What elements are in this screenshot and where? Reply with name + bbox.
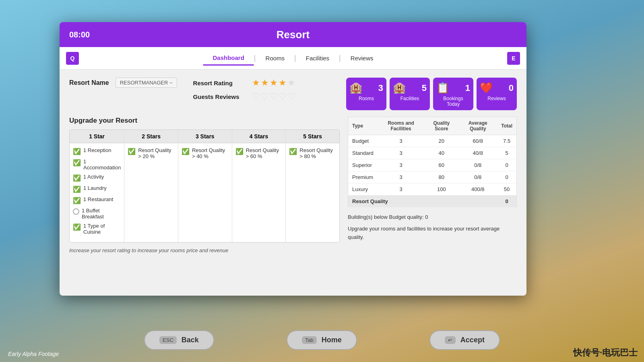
heart-2: ♡ bbox=[261, 91, 269, 102]
home-button[interactable]: Tab Home bbox=[287, 330, 357, 350]
cell-premium-type: Premium bbox=[348, 171, 378, 183]
star-col-2: 2 Stars ✅ Resort Quality > 20 % bbox=[124, 130, 178, 242]
reviews-label: Reviews bbox=[487, 96, 506, 101]
cell-superior-type: Superior bbox=[348, 159, 378, 171]
nav-q-button[interactable]: Q bbox=[66, 52, 79, 65]
item-buffet: 1 Buffet Breakfast bbox=[73, 208, 121, 220]
rooms-count: 3 bbox=[378, 83, 383, 93]
tab-dashboard[interactable]: Dashboard bbox=[203, 51, 254, 66]
item-quality-20: ✅ Resort Quality > 20 % bbox=[128, 147, 175, 159]
stat-card-bookings[interactable]: 📋 1 Bookings Today bbox=[433, 78, 473, 110]
facilities-icon: 🏨 bbox=[393, 82, 406, 94]
star-col-1: 1 Star ✅ 1 Reception ✅ 1 Accommodation bbox=[70, 130, 124, 242]
accept-label: Accept bbox=[460, 336, 485, 344]
stat-card-rooms-top: 🏨 3 bbox=[349, 82, 383, 94]
table-row-premium: Premium 3 80 0/8 0 bbox=[348, 171, 517, 183]
item-cuisine-text: 1 Type of Cuisine bbox=[83, 223, 121, 235]
guests-hearts: ♡ ♡ ♡ ♡ ♡ bbox=[252, 91, 295, 102]
rating-area: Resort Rating ★ ★ ★ ★ ★ Guests Reviews ♡… bbox=[193, 78, 295, 102]
guests-reviews-row: Guests Reviews ♡ ♡ ♡ ♡ ♡ bbox=[193, 91, 295, 102]
content-area: Resort Name RESORTMANAGER ~ Resort Ratin… bbox=[60, 70, 526, 261]
table-row-superior: Superior 3 60 0/8 0 bbox=[348, 159, 517, 171]
cell-premium-total: 0 bbox=[497, 171, 516, 183]
stat-card-rooms[interactable]: 🏨 3 Rooms bbox=[346, 78, 386, 110]
cell-budget-qs: 20 bbox=[424, 135, 458, 147]
star-col-5-header: 5 Stars bbox=[286, 130, 339, 143]
star-col-3: 3 Stars ✅ Resort Quality > 40 % bbox=[178, 130, 232, 242]
star-col-5: 5 Stars ✅ Resort Quality > 80 % bbox=[286, 130, 339, 242]
cell-budget-total: 7.5 bbox=[497, 135, 516, 147]
cell-resort-quality-value: 0 bbox=[497, 195, 516, 208]
star-col-2-header: 2 Stars bbox=[124, 130, 178, 143]
col-rooms-facilities: Rooms and Facilities bbox=[378, 117, 425, 135]
main-window: 08:00 Resort Q Dashboard | Rooms | Facil… bbox=[60, 22, 526, 296]
nav-e-button[interactable]: E bbox=[507, 52, 520, 65]
stat-card-reviews[interactable]: ❤️ 0 Reviews bbox=[477, 78, 517, 110]
cell-standard-type: Standard bbox=[348, 147, 378, 159]
back-button[interactable]: ESC Back bbox=[144, 330, 214, 350]
enter-key: ↵ bbox=[445, 336, 456, 344]
item-activity: ✅ 1 Activity bbox=[73, 174, 121, 182]
star-col-2-body: ✅ Resort Quality > 20 % bbox=[124, 143, 178, 216]
cell-superior-rf: 3 bbox=[378, 159, 425, 171]
table-row-budget: Budget 3 20 60/8 7.5 bbox=[348, 135, 517, 147]
header-time: 08:00 bbox=[69, 30, 90, 39]
cell-luxury-total: 50 bbox=[497, 183, 516, 195]
cell-premium-aq: 0/8 bbox=[458, 171, 497, 183]
main-row: Upgrade your Resort 1 Star ✅ 1 Reception… bbox=[69, 117, 517, 253]
item-reception-text: 1 Reception bbox=[83, 147, 111, 153]
heart-4: ♡ bbox=[279, 91, 287, 102]
tab-rooms[interactable]: Rooms bbox=[256, 51, 295, 65]
item-quality-80-text: Resort Quality > 80 % bbox=[299, 147, 336, 159]
bookings-icon: 📋 bbox=[436, 82, 449, 94]
header: 08:00 Resort bbox=[60, 22, 526, 47]
check-quality-40: ✅ bbox=[182, 148, 190, 155]
cell-superior-total: 0 bbox=[497, 159, 516, 171]
stars-table: 1 Star ✅ 1 Reception ✅ 1 Accommodation bbox=[69, 130, 340, 243]
facilities-count: 5 bbox=[422, 83, 427, 93]
heart-3: ♡ bbox=[270, 91, 278, 102]
facilities-label: Facilities bbox=[400, 96, 419, 101]
cell-luxury-qs: 100 bbox=[424, 183, 458, 195]
tab-reviews[interactable]: Reviews bbox=[341, 51, 383, 65]
upgrade-title: Upgrade your Resort bbox=[69, 117, 340, 125]
resort-rating-row: Resort Rating ★ ★ ★ ★ ★ bbox=[193, 78, 295, 88]
resort-name-input[interactable]: RESORTMANAGER ~ bbox=[116, 78, 177, 88]
stat-card-reviews-top: ❤️ 0 bbox=[480, 82, 514, 94]
item-accommodation-text: 1 Accommodation bbox=[83, 158, 121, 171]
rooms-label: Rooms bbox=[359, 96, 374, 101]
check-reception: ✅ bbox=[73, 148, 81, 155]
cell-budget-type: Budget bbox=[348, 135, 378, 147]
resort-rating-label: Resort Rating bbox=[193, 80, 246, 86]
star-5: ★ bbox=[287, 78, 295, 88]
cell-premium-qs: 80 bbox=[424, 171, 458, 183]
resort-name-area: Resort Name RESORTMANAGER ~ bbox=[69, 78, 177, 88]
star-col-4: 4 Stars ✅ Resort Quality > 60 % bbox=[232, 130, 286, 242]
cell-standard-total: 5 bbox=[497, 147, 516, 159]
item-restaurant: ✅ 1 Restaurant bbox=[73, 196, 121, 204]
tab-facilities[interactable]: Facilities bbox=[296, 51, 339, 65]
heart-1: ♡ bbox=[252, 91, 260, 102]
nav-tabs: Dashboard | Rooms | Facilities | Reviews bbox=[203, 51, 383, 66]
stat-card-facilities-top: 🏨 5 bbox=[393, 82, 427, 94]
upgrade-info-text: Upgrade your rooms and facilities to inc… bbox=[348, 225, 517, 242]
check-quality-60: ✅ bbox=[235, 148, 244, 155]
table-row-luxury: Luxury 3 100 400/8 50 bbox=[348, 183, 517, 195]
check-cuisine: ✅ bbox=[73, 223, 81, 231]
item-buffet-text: 1 Buffet Breakfast bbox=[82, 208, 121, 220]
item-quality-20-text: Resort Quality > 20 % bbox=[138, 147, 175, 159]
bookings-count: 1 bbox=[465, 83, 470, 93]
check-laundry: ✅ bbox=[73, 185, 81, 193]
col-avg-quality: Average Quality bbox=[458, 117, 497, 135]
accept-button[interactable]: ↵ Accept bbox=[429, 330, 500, 350]
header-title: Resort bbox=[277, 29, 310, 41]
star-col-1-header: 1 Star bbox=[70, 130, 124, 143]
star-col-1-body: ✅ 1 Reception ✅ 1 Accommodation ✅ 1 Acti… bbox=[70, 143, 124, 242]
stat-card-facilities[interactable]: 🏨 5 Facilities bbox=[390, 78, 430, 110]
cell-standard-aq: 40/8 bbox=[458, 147, 497, 159]
bottom-bar: ESC Back Tab Home ↵ Accept bbox=[0, 330, 644, 350]
cell-luxury-type: Luxury bbox=[348, 183, 378, 195]
star-2: ★ bbox=[261, 78, 269, 88]
cell-budget-rf: 3 bbox=[378, 135, 425, 147]
heart-5: ♡ bbox=[287, 91, 295, 102]
